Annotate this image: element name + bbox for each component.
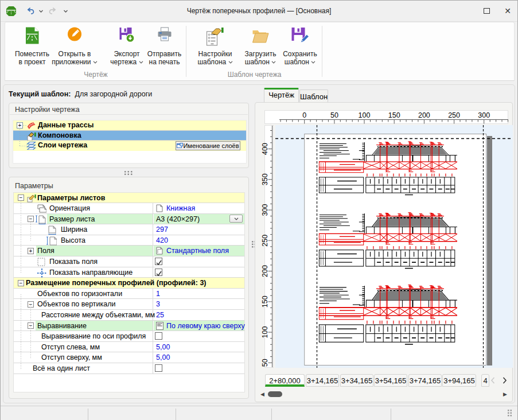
svg-text:150: 150 [388,111,400,119]
svg-text:350: 350 [261,173,269,185]
svg-text:250: 250 [261,235,269,247]
svg-text:150: 150 [261,295,269,308]
svg-text:300: 300 [261,204,269,216]
svg-text:200: 200 [261,265,269,277]
svg-text:250: 250 [448,111,460,119]
svg-text:50: 50 [330,111,338,119]
svg-text:100: 100 [261,326,269,339]
svg-text:100: 100 [359,111,371,119]
svg-text:200: 200 [418,111,430,119]
svg-text:400: 400 [261,143,269,155]
svg-text:0: 0 [302,111,306,119]
svg-text:50: 50 [261,359,269,367]
svg-text:300: 300 [478,111,490,119]
